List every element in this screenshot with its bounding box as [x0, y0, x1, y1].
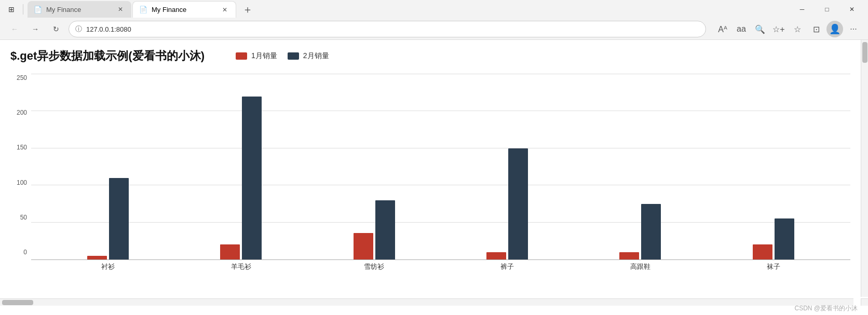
- collections-button[interactable]: ⊡: [808, 21, 824, 37]
- settings-button[interactable]: ···: [845, 21, 862, 37]
- forward-button[interactable]: →: [27, 21, 44, 37]
- bars-row: [31, 74, 850, 259]
- legend-item-1: 1月销量: [236, 51, 277, 61]
- reading-view-button[interactable]: аа: [733, 21, 750, 37]
- watermark: CSDN @爱看书的小沐: [794, 304, 858, 307]
- sidebar-toggle[interactable]: ⊞: [4, 2, 19, 17]
- legend-color-2: [288, 52, 299, 60]
- bar-2月销量-0: [109, 178, 129, 259]
- y-label-250: 250: [17, 74, 27, 81]
- legend-label-2: 2月销量: [303, 51, 329, 61]
- bar-2月销量-2: [375, 200, 395, 259]
- tab2-close[interactable]: ✕: [220, 5, 229, 15]
- browser-toolbar: Aᴬ аа 🔍 ☆+ ☆ ⊡ 👤 ···: [714, 21, 862, 37]
- x-label-1: 羊毛衫: [174, 262, 307, 271]
- bar-2月销量-3: [508, 148, 528, 259]
- page-header: $.get异步数据加载示例(爱看书的小沐) 1月销量 2月销量: [10, 48, 850, 64]
- bar-2月销量-4: [641, 204, 661, 259]
- chart-area: 衬衫羊毛衫雪纺衫裤子高跟鞋袜子: [31, 74, 850, 271]
- bar-1月销量-3: [486, 252, 506, 259]
- bar-group-3: [441, 74, 574, 259]
- vertical-scrollbar[interactable]: [861, 40, 868, 297]
- x-label-2: 雪纺衫: [308, 262, 441, 271]
- bar-2月销量-1: [242, 97, 262, 259]
- browser-tab-2[interactable]: 📄 My Finance ✕: [132, 1, 236, 18]
- y-label-50: 50: [20, 214, 27, 221]
- url-display: 127.0.0.1:8080: [86, 25, 699, 33]
- y-label-200: 200: [17, 109, 27, 116]
- y-label-100: 100: [17, 179, 27, 186]
- y-axis: 250 200 150 100 50 0: [10, 74, 31, 271]
- bar-1月销量-5: [753, 244, 772, 259]
- reader-mode-button[interactable]: Aᴬ: [714, 21, 731, 37]
- info-icon: ⓘ: [75, 24, 82, 34]
- tab1-icon: 📄: [34, 6, 42, 13]
- scrollbar-corner: [861, 298, 868, 306]
- minimize-button[interactable]: ─: [790, 1, 814, 18]
- chart-container: 250 200 150 100 50 0 衬衫羊毛衫雪纺衫裤子高跟鞋袜子: [10, 74, 850, 271]
- x-label-0: 衬衫: [42, 262, 174, 271]
- bar-1月销量-1: [220, 244, 240, 259]
- tab2-label: My Finance: [152, 6, 216, 13]
- refresh-button[interactable]: ↻: [48, 21, 64, 37]
- close-button[interactable]: ✕: [840, 1, 864, 18]
- favorites-add-button[interactable]: ☆+: [770, 21, 787, 37]
- bar-group-0: [42, 74, 174, 259]
- page-title: $.get异步数据加载示例(爱看书的小沐): [10, 48, 205, 64]
- maximize-button[interactable]: □: [815, 1, 839, 18]
- bar-group-4: [574, 74, 707, 259]
- bar-2月销量-5: [775, 218, 794, 259]
- x-label-3: 裤子: [441, 262, 574, 271]
- window-controls: ─ □ ✕: [790, 1, 864, 18]
- tab1-close[interactable]: ✕: [116, 5, 125, 14]
- bar-group-5: [707, 74, 840, 259]
- tab1-label: My Finance: [46, 6, 112, 13]
- x-axis: 衬衫羊毛衫雪纺衫裤子高跟鞋袜子: [31, 262, 850, 271]
- legend-label-1: 1月销量: [251, 51, 277, 61]
- bar-1月销量-0: [87, 256, 107, 259]
- legend-color-1: [236, 52, 247, 60]
- y-label-0: 0: [23, 249, 27, 256]
- bar-1月销量-4: [619, 252, 639, 259]
- bar-group-2: [308, 74, 441, 259]
- chart-legend: 1月销量 2月销量: [236, 51, 329, 61]
- scrollbar-thumb-h[interactable]: [2, 300, 33, 305]
- x-label-5: 袜子: [707, 262, 840, 271]
- horizontal-scrollbar[interactable]: [0, 298, 853, 306]
- back-button[interactable]: ←: [6, 21, 23, 37]
- zoom-button[interactable]: 🔍: [752, 21, 768, 37]
- browser-chrome: ⊞ 📄 My Finance ✕ 📄 My Finance ✕ ＋ ─ □ ✕: [0, 0, 868, 40]
- address-bar: ← → ↻ ⓘ 127.0.0.1:8080 Aᴬ аа 🔍 ☆+ ☆ ⊡ 👤 …: [0, 19, 868, 39]
- chart-plot: [31, 74, 850, 260]
- bar-1月销量-2: [354, 233, 373, 259]
- bar-group-1: [174, 74, 307, 259]
- browser-tab-1[interactable]: 📄 My Finance ✕: [28, 1, 131, 18]
- url-box[interactable]: ⓘ 127.0.0.1:8080: [69, 21, 706, 37]
- favorites-button[interactable]: ☆: [789, 21, 806, 37]
- tab2-icon: 📄: [139, 6, 147, 13]
- new-tab-button[interactable]: ＋: [239, 1, 256, 18]
- x-label-4: 高跟鞋: [574, 262, 707, 271]
- profile-button[interactable]: 👤: [826, 21, 843, 37]
- y-label-150: 150: [17, 144, 27, 151]
- legend-item-2: 2月销量: [288, 51, 329, 61]
- scrollbar-thumb-v[interactable]: [862, 42, 867, 63]
- page-content: $.get异步数据加载示例(爱看书的小沐) 1月销量 2月销量 250 200 …: [0, 40, 861, 297]
- bottom-bar: [0, 297, 868, 307]
